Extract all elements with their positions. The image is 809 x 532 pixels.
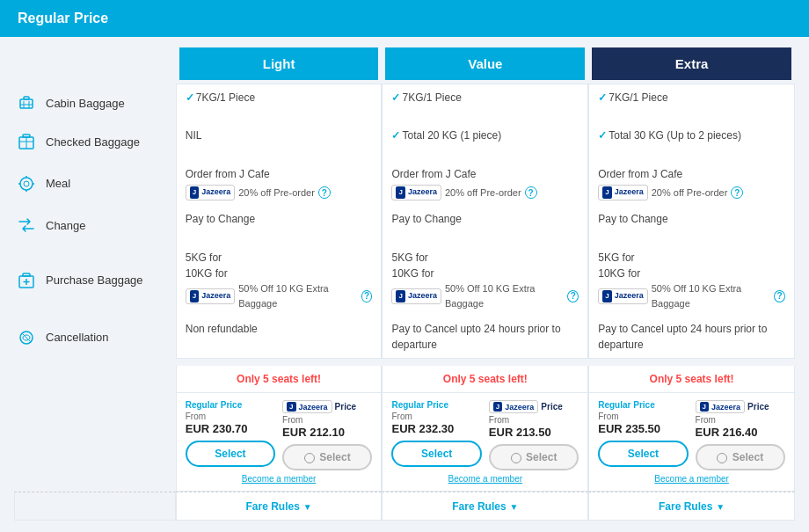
svg-point-10 [24, 181, 29, 186]
purchase-promo-value: J Jazeera 50% Off 10 KG Extra Baggage ? [391, 281, 579, 310]
fare-rules-link-value[interactable]: Fare Rules ▼ [452, 500, 518, 513]
fare-rules-extra: Fare Rules ▼ [588, 492, 795, 521]
change-extra-cell: Pay to Change [588, 206, 795, 244]
change-label: Change [14, 213, 172, 237]
select-extra-member[interactable]: Select [696, 444, 785, 470]
tier-header-value: Value [382, 47, 588, 84]
jc-price-badge-light: J Jazeera [282, 400, 332, 413]
price-columns-extra: Regular Price From EUR 235.50 Select J J… [598, 400, 785, 470]
price-regular-value: Regular Price From EUR 232.30 Select [391, 400, 481, 470]
price-member-value: J Jazeera Price From EUR 213.50 Select [489, 400, 579, 470]
cancellation-label-cell: Cancellation [14, 316, 176, 359]
jc-price-badge-extra: J Jazeera [696, 400, 745, 413]
select-light-regular[interactable]: Select [186, 441, 275, 467]
fare-rules-link-extra[interactable]: Fare Rules ▼ [659, 500, 725, 513]
jc-purchase-badge-extra: J Jazeera [598, 288, 647, 304]
price-columns-value: Regular Price From EUR 232.30 Select J J… [391, 400, 579, 470]
meal-question-light[interactable]: ? [318, 186, 331, 199]
purchase-question-light[interactable]: ? [361, 290, 373, 302]
purchase-question-value[interactable]: ? [567, 290, 579, 302]
cabin-icon [14, 91, 39, 115]
cancellation-row: Cancellation Non refundable Pay to Cance… [14, 316, 795, 359]
purchase-extra-cell: 5KG for 10KG for J Jazeera 50% Off 10 KG… [588, 244, 795, 316]
jc-badge-extra: J Jazeera [598, 185, 647, 200]
clock-icon-extra [717, 453, 727, 463]
clock-icon-light [304, 453, 315, 463]
spacer-row [14, 359, 795, 366]
meal-label: Meal [14, 171, 172, 196]
meal-row: Meal Order from J Cafe J Jazeera 20% off… [14, 161, 795, 206]
select-value-member[interactable]: Select [489, 444, 579, 470]
checked-value-cell: ✓Total 20 KG (1 piece) [382, 122, 588, 161]
meal-preorder-light: J Jazeera 20% off Pre-order ? [186, 185, 373, 200]
select-value-regular[interactable]: Select [391, 441, 481, 467]
cabin-baggage-label: Cabin Baggage [14, 91, 172, 115]
meal-preorder-extra: J Jazeera 20% off Pre-order ? [598, 185, 785, 200]
become-member-value[interactable]: Become a member [391, 474, 579, 484]
svg-rect-16 [23, 273, 30, 276]
svg-point-9 [20, 178, 33, 190]
jc-purchase-badge-value: J Jazeera [391, 288, 441, 304]
fare-rules-link-light[interactable]: Fare Rules ▼ [245, 500, 311, 513]
light-header: Light [179, 47, 379, 80]
change-value-cell: Pay to Change [382, 206, 588, 244]
jc-badge-value: J Jazeera [391, 185, 441, 200]
cancellation-light-cell: Non refundable [176, 316, 383, 359]
purchase-baggage-row: Purchase Baggage 5KG for 10KG for J Jaze… [14, 244, 795, 316]
become-member-extra[interactable]: Become a member [598, 474, 785, 484]
meal-question-extra[interactable]: ? [731, 186, 743, 199]
jc-price-badge-value: J Jazeera [489, 400, 538, 413]
price-value: Regular Price From EUR 232.30 Select J J… [382, 392, 588, 492]
checked-baggage-label-cell: Checked Baggage [14, 122, 176, 161]
jc-purchase-badge-light: J Jazeera [186, 288, 235, 304]
cancellation-label: Cancellation [14, 325, 172, 350]
price-extra: Regular Price From EUR 235.50 Select J J… [588, 392, 795, 492]
chevron-down-icon-2: ▼ [510, 502, 519, 512]
cabin-baggage-row: Cabin Baggage ✓7KG/1 Piece ✓7KG/1 Piece … [14, 84, 795, 122]
cabin-value-cell: ✓7KG/1 Piece [382, 84, 588, 122]
tier-header-light: Light [176, 47, 383, 84]
purchase-baggage-icon [14, 268, 39, 293]
svg-rect-6 [23, 135, 30, 137]
checked-baggage-icon [14, 129, 39, 154]
fare-rules-row: Fare Rules ▼ Fare Rules ▼ Fare Rules [14, 492, 795, 521]
checked-light-cell: NIL [176, 122, 383, 161]
price-member-light: J Jazeera Price From EUR 212.10 Select [282, 400, 372, 470]
tier-header-extra: Extra [588, 47, 795, 84]
price-regular-light: Regular Price From EUR 230.70 Select [186, 400, 275, 470]
purchase-question-extra[interactable]: ? [774, 290, 785, 302]
seats-extra: Only 5 seats left! [588, 366, 795, 392]
select-light-member[interactable]: Select [282, 444, 372, 470]
cabin-extra-cell: ✓7KG/1 Piece [588, 84, 795, 122]
seats-row: Only 5 seats left! Only 5 seats left! On… [14, 366, 795, 392]
purchase-baggage-label: Purchase Baggage [14, 268, 172, 293]
chevron-down-icon-3: ▼ [716, 502, 725, 512]
header-empty [14, 47, 176, 84]
checked-baggage-label: Checked Baggage [14, 129, 172, 154]
purchase-promo-light: J Jazeera 50% Off 10 KG Extra Baggage ? [186, 281, 373, 310]
page-title: Regular Price [18, 11, 108, 26]
svg-rect-1 [24, 97, 29, 99]
change-light-cell: Pay to Change [176, 206, 383, 244]
purchase-value-cell: 5KG for 10KG for J Jazeera 50% Off 10 KG… [382, 244, 588, 316]
fare-rules-light: Fare Rules ▼ [176, 492, 383, 521]
seats-value: Only 5 seats left! [382, 366, 588, 392]
price-member-extra: J Jazeera Price From EUR 216.40 Select [696, 400, 785, 470]
meal-preorder-value: J Jazeera 20% off Pre-order ? [391, 185, 579, 200]
price-light: Regular Price From EUR 230.70 Select J J… [176, 392, 383, 492]
meal-light-cell: Order from J Cafe J Jazeera 20% off Pre-… [176, 161, 383, 206]
change-label-cell: Change [14, 206, 176, 244]
meal-value-cell: Order from J Cafe J Jazeera 20% off Pre-… [382, 161, 588, 206]
price-columns-light: Regular Price From EUR 230.70 Select J J… [186, 400, 373, 470]
extra-header: Extra [592, 47, 791, 80]
select-extra-regular[interactable]: Select [598, 441, 688, 467]
clock-icon-value [511, 453, 521, 463]
meal-question-value[interactable]: ? [525, 186, 537, 199]
checked-baggage-row: Checked Baggage NIL ✓Total 20 KG (1 piec… [14, 122, 795, 161]
value-header: Value [385, 47, 585, 80]
meal-icon [14, 171, 39, 196]
fare-rules-value: Fare Rules ▼ [382, 492, 588, 521]
become-member-light[interactable]: Become a member [186, 474, 373, 484]
seats-light: Only 5 seats left! [176, 366, 383, 392]
chevron-down-icon: ▼ [303, 502, 312, 512]
